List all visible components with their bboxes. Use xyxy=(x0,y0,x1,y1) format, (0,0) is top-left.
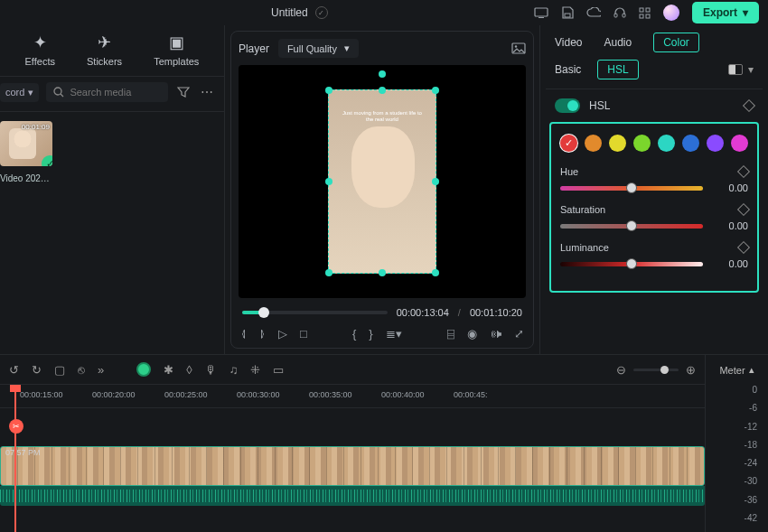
playhead[interactable] xyxy=(14,385,16,532)
meter-label: Meter xyxy=(719,365,745,376)
list-icon[interactable]: ≣▾ xyxy=(386,327,402,341)
zoom-in-icon[interactable]: ⊕ xyxy=(686,363,696,377)
resize-handle[interactable] xyxy=(325,178,332,185)
hsl-toggle[interactable] xyxy=(555,98,580,113)
cloud-icon[interactable] xyxy=(586,7,601,18)
prev-frame-icon[interactable]: ⦉ xyxy=(240,327,247,341)
svg-rect-0 xyxy=(535,8,548,16)
split-icon[interactable]: ⎋ xyxy=(78,363,85,377)
zoom-out-icon[interactable]: ⊖ xyxy=(616,363,626,377)
image-icon[interactable] xyxy=(511,42,526,54)
music-icon[interactable]: ♫ xyxy=(229,363,239,377)
adjust-icon[interactable]: ⁜ xyxy=(250,363,260,377)
svg-line-10 xyxy=(61,94,63,97)
resize-handle[interactable] xyxy=(379,87,386,94)
apps-icon[interactable] xyxy=(639,7,651,19)
rotate-handle[interactable] xyxy=(379,70,386,78)
zoom-slider[interactable] xyxy=(633,369,679,371)
scrub-bar[interactable] xyxy=(242,311,388,314)
tab-effects[interactable]: ✦ Effects xyxy=(25,33,55,67)
tab-color[interactable]: Color xyxy=(653,33,699,52)
redo-icon[interactable]: ↻ xyxy=(32,363,42,377)
resize-handle[interactable] xyxy=(379,269,386,276)
chevron-down-icon[interactable]: ▾ xyxy=(748,63,754,76)
saturation-label: Saturation xyxy=(560,204,605,215)
keyframe-icon[interactable] xyxy=(737,165,750,178)
tab-video[interactable]: Video xyxy=(555,36,582,49)
cut-tool-icon[interactable]: ✂ xyxy=(9,419,23,434)
subtab-basic[interactable]: Basic xyxy=(555,63,581,76)
timeline-ruler[interactable]: 00:00:15:00 00:00:20:00 00:00:25:00 00:0… xyxy=(0,385,705,408)
svg-point-12 xyxy=(515,45,517,47)
green-dot-icon[interactable] xyxy=(136,362,151,377)
swatch-blue[interactable] xyxy=(682,135,699,152)
frame-icon[interactable]: ▭ xyxy=(273,363,284,377)
record-dropdown[interactable]: cord ▾ xyxy=(0,83,39,102)
tab-stickers[interactable]: ✈ Stickers xyxy=(87,33,122,67)
stop-icon[interactable]: □ xyxy=(300,327,307,341)
marker-icon[interactable]: ◊ xyxy=(186,363,192,377)
meter-tick: -42 xyxy=(745,513,757,523)
resize-handle[interactable] xyxy=(432,87,439,94)
saturation-slider[interactable] xyxy=(560,224,703,229)
chevron-down-icon: ▾ xyxy=(743,6,748,19)
resize-handle[interactable] xyxy=(325,269,332,276)
next-frame-icon[interactable]: ⦊ xyxy=(259,327,266,341)
tab-templates[interactable]: ▣ Templates xyxy=(154,33,199,67)
resize-handle[interactable] xyxy=(432,269,439,276)
audio-track-clip[interactable] xyxy=(0,486,705,506)
swatch-cyan[interactable] xyxy=(658,135,675,152)
mic-icon[interactable]: 🎙 xyxy=(205,363,217,377)
swatch-magenta[interactable] xyxy=(731,135,748,152)
quality-select[interactable]: Full Quality ▾ xyxy=(278,39,359,58)
chevron-down-icon: ▾ xyxy=(344,42,350,54)
swatch-orange[interactable] xyxy=(585,135,602,152)
search-input[interactable] xyxy=(70,87,160,98)
save-icon[interactable] xyxy=(561,6,574,19)
luminance-slider[interactable] xyxy=(560,262,703,266)
device-icon[interactable] xyxy=(534,7,548,18)
swatch-purple[interactable] xyxy=(707,135,724,152)
keyframe-icon[interactable] xyxy=(737,241,750,254)
subtab-hsl[interactable]: HSL xyxy=(597,60,638,79)
volume-icon[interactable]: 🕪 xyxy=(490,327,501,341)
monitor-icon[interactable]: ⌸ xyxy=(447,327,454,341)
swatch-yellow[interactable] xyxy=(609,135,626,152)
resize-handle[interactable] xyxy=(325,87,332,94)
player-viewport[interactable]: Just moving from a student life to the r… xyxy=(239,65,526,298)
more-tools-icon[interactable]: » xyxy=(98,363,104,377)
user-avatar[interactable] xyxy=(663,5,679,21)
selected-clip-frame[interactable]: Just moving from a student life to the r… xyxy=(328,89,436,274)
crop-icon[interactable]: ▢ xyxy=(54,363,65,377)
headphones-icon[interactable] xyxy=(613,6,626,19)
search-input-wrap[interactable] xyxy=(46,82,167,102)
keyframe-icon[interactable] xyxy=(737,203,750,216)
compare-icon[interactable] xyxy=(728,64,743,75)
chevron-down-icon: ▾ xyxy=(28,87,33,98)
saturation-value: 0.00 xyxy=(714,220,748,231)
ruler-tick: 00:00:30:00 xyxy=(237,390,280,399)
brace-right-icon[interactable]: } xyxy=(369,327,372,341)
video-track-clip[interactable] xyxy=(0,446,705,486)
tab-audio[interactable]: Audio xyxy=(604,36,632,49)
more-icon[interactable]: ⋯ xyxy=(199,85,215,99)
meter-tick: -30 xyxy=(745,476,757,486)
swatch-red[interactable]: ✓ xyxy=(560,135,577,152)
keyframe-icon[interactable] xyxy=(743,99,755,112)
media-clip[interactable]: 00:01:09 ✓ xyxy=(0,121,52,166)
brace-left-icon[interactable]: { xyxy=(352,327,356,341)
camera-icon[interactable]: ◉ xyxy=(467,327,477,341)
undo-icon[interactable]: ↺ xyxy=(9,363,19,377)
play-icon[interactable]: ▷ xyxy=(278,327,287,341)
hsl-controls: ✓ Hue 0.00 Saturation 0. xyxy=(549,122,759,293)
resize-handle[interactable] xyxy=(432,178,439,185)
fullscreen-icon[interactable]: ⤢ xyxy=(514,327,524,341)
hue-slider[interactable] xyxy=(560,186,703,191)
fx-icon[interactable]: ✱ xyxy=(164,363,173,377)
svg-rect-8 xyxy=(646,14,650,18)
svg-point-9 xyxy=(54,88,61,95)
swatch-green[interactable] xyxy=(633,135,651,152)
export-button[interactable]: Export ▾ xyxy=(692,2,759,23)
filter-icon[interactable] xyxy=(175,87,192,98)
chevron-up-icon[interactable]: ▴ xyxy=(749,364,754,376)
